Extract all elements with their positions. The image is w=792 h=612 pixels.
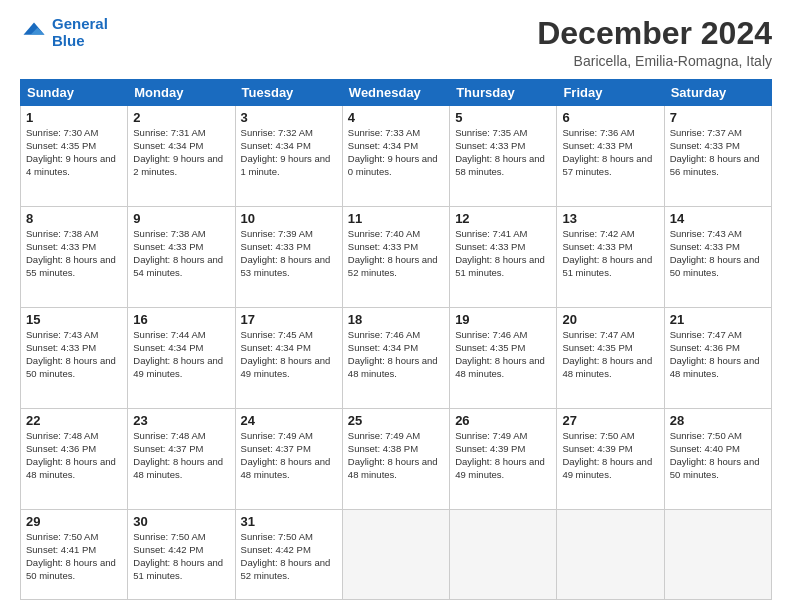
day-number: 28 [670, 413, 766, 428]
logo-line1: General [52, 15, 108, 32]
table-row: 17Sunrise: 7:45 AMSunset: 4:34 PMDayligh… [235, 308, 342, 409]
day-number: 9 [133, 211, 229, 226]
day-number: 10 [241, 211, 337, 226]
day-number: 6 [562, 110, 658, 125]
day-number: 3 [241, 110, 337, 125]
day-info: Sunrise: 7:44 AMSunset: 4:34 PMDaylight:… [133, 329, 229, 380]
day-info: Sunrise: 7:30 AMSunset: 4:35 PMDaylight:… [26, 127, 122, 178]
col-monday: Monday [128, 80, 235, 106]
table-row: 19Sunrise: 7:46 AMSunset: 4:35 PMDayligh… [450, 308, 557, 409]
table-row: 24Sunrise: 7:49 AMSunset: 4:37 PMDayligh… [235, 409, 342, 510]
day-number: 22 [26, 413, 122, 428]
table-row: 5Sunrise: 7:35 AMSunset: 4:33 PMDaylight… [450, 106, 557, 207]
table-row: 26Sunrise: 7:49 AMSunset: 4:39 PMDayligh… [450, 409, 557, 510]
day-info: Sunrise: 7:31 AMSunset: 4:34 PMDaylight:… [133, 127, 229, 178]
day-info: Sunrise: 7:45 AMSunset: 4:34 PMDaylight:… [241, 329, 337, 380]
day-number: 7 [670, 110, 766, 125]
day-info: Sunrise: 7:43 AMSunset: 4:33 PMDaylight:… [670, 228, 766, 279]
day-info: Sunrise: 7:49 AMSunset: 4:37 PMDaylight:… [241, 430, 337, 481]
day-number: 5 [455, 110, 551, 125]
day-info: Sunrise: 7:40 AMSunset: 4:33 PMDaylight:… [348, 228, 444, 279]
table-row [557, 510, 664, 600]
day-number: 14 [670, 211, 766, 226]
day-number: 20 [562, 312, 658, 327]
table-row: 12Sunrise: 7:41 AMSunset: 4:33 PMDayligh… [450, 207, 557, 308]
table-row [450, 510, 557, 600]
col-friday: Friday [557, 80, 664, 106]
day-info: Sunrise: 7:48 AMSunset: 4:37 PMDaylight:… [133, 430, 229, 481]
day-number: 26 [455, 413, 551, 428]
table-row: 20Sunrise: 7:47 AMSunset: 4:35 PMDayligh… [557, 308, 664, 409]
day-number: 25 [348, 413, 444, 428]
day-number: 24 [241, 413, 337, 428]
day-info: Sunrise: 7:35 AMSunset: 4:33 PMDaylight:… [455, 127, 551, 178]
day-info: Sunrise: 7:41 AMSunset: 4:33 PMDaylight:… [455, 228, 551, 279]
table-row: 27Sunrise: 7:50 AMSunset: 4:39 PMDayligh… [557, 409, 664, 510]
table-row: 15Sunrise: 7:43 AMSunset: 4:33 PMDayligh… [21, 308, 128, 409]
day-info: Sunrise: 7:43 AMSunset: 4:33 PMDaylight:… [26, 329, 122, 380]
day-number: 11 [348, 211, 444, 226]
col-wednesday: Wednesday [342, 80, 449, 106]
calendar-header-row: Sunday Monday Tuesday Wednesday Thursday… [21, 80, 772, 106]
day-number: 12 [455, 211, 551, 226]
table-row: 30Sunrise: 7:50 AMSunset: 4:42 PMDayligh… [128, 510, 235, 600]
logo: General Blue [20, 16, 108, 49]
table-row: 4Sunrise: 7:33 AMSunset: 4:34 PMDaylight… [342, 106, 449, 207]
logo-text: General Blue [52, 16, 108, 49]
day-info: Sunrise: 7:49 AMSunset: 4:38 PMDaylight:… [348, 430, 444, 481]
day-number: 19 [455, 312, 551, 327]
table-row: 13Sunrise: 7:42 AMSunset: 4:33 PMDayligh… [557, 207, 664, 308]
table-row: 16Sunrise: 7:44 AMSunset: 4:34 PMDayligh… [128, 308, 235, 409]
day-info: Sunrise: 7:50 AMSunset: 4:39 PMDaylight:… [562, 430, 658, 481]
table-row: 10Sunrise: 7:39 AMSunset: 4:33 PMDayligh… [235, 207, 342, 308]
table-row: 28Sunrise: 7:50 AMSunset: 4:40 PMDayligh… [664, 409, 771, 510]
table-row: 6Sunrise: 7:36 AMSunset: 4:33 PMDaylight… [557, 106, 664, 207]
day-number: 29 [26, 514, 122, 529]
table-row: 18Sunrise: 7:46 AMSunset: 4:34 PMDayligh… [342, 308, 449, 409]
col-sunday: Sunday [21, 80, 128, 106]
day-info: Sunrise: 7:50 AMSunset: 4:41 PMDaylight:… [26, 531, 122, 582]
day-info: Sunrise: 7:39 AMSunset: 4:33 PMDaylight:… [241, 228, 337, 279]
table-row: 1Sunrise: 7:30 AMSunset: 4:35 PMDaylight… [21, 106, 128, 207]
table-row: 23Sunrise: 7:48 AMSunset: 4:37 PMDayligh… [128, 409, 235, 510]
day-number: 31 [241, 514, 337, 529]
table-row: 2Sunrise: 7:31 AMSunset: 4:34 PMDaylight… [128, 106, 235, 207]
day-number: 4 [348, 110, 444, 125]
col-thursday: Thursday [450, 80, 557, 106]
day-number: 15 [26, 312, 122, 327]
month-title: December 2024 [537, 16, 772, 51]
day-info: Sunrise: 7:37 AMSunset: 4:33 PMDaylight:… [670, 127, 766, 178]
table-row: 22Sunrise: 7:48 AMSunset: 4:36 PMDayligh… [21, 409, 128, 510]
header: General Blue December 2024 Baricella, Em… [20, 16, 772, 69]
day-info: Sunrise: 7:47 AMSunset: 4:36 PMDaylight:… [670, 329, 766, 380]
day-number: 17 [241, 312, 337, 327]
day-number: 16 [133, 312, 229, 327]
table-row: 29Sunrise: 7:50 AMSunset: 4:41 PMDayligh… [21, 510, 128, 600]
table-row [342, 510, 449, 600]
table-row [664, 510, 771, 600]
day-number: 27 [562, 413, 658, 428]
table-row: 3Sunrise: 7:32 AMSunset: 4:34 PMDaylight… [235, 106, 342, 207]
day-number: 30 [133, 514, 229, 529]
logo-icon [20, 19, 48, 47]
day-info: Sunrise: 7:49 AMSunset: 4:39 PMDaylight:… [455, 430, 551, 481]
logo-line2: Blue [52, 32, 85, 49]
day-info: Sunrise: 7:42 AMSunset: 4:33 PMDaylight:… [562, 228, 658, 279]
day-info: Sunrise: 7:46 AMSunset: 4:34 PMDaylight:… [348, 329, 444, 380]
day-info: Sunrise: 7:50 AMSunset: 4:40 PMDaylight:… [670, 430, 766, 481]
day-number: 21 [670, 312, 766, 327]
table-row: 7Sunrise: 7:37 AMSunset: 4:33 PMDaylight… [664, 106, 771, 207]
col-tuesday: Tuesday [235, 80, 342, 106]
table-row: 25Sunrise: 7:49 AMSunset: 4:38 PMDayligh… [342, 409, 449, 510]
table-row: 9Sunrise: 7:38 AMSunset: 4:33 PMDaylight… [128, 207, 235, 308]
day-info: Sunrise: 7:38 AMSunset: 4:33 PMDaylight:… [26, 228, 122, 279]
day-number: 23 [133, 413, 229, 428]
day-number: 13 [562, 211, 658, 226]
table-row: 31Sunrise: 7:50 AMSunset: 4:42 PMDayligh… [235, 510, 342, 600]
day-info: Sunrise: 7:46 AMSunset: 4:35 PMDaylight:… [455, 329, 551, 380]
table-row: 8Sunrise: 7:38 AMSunset: 4:33 PMDaylight… [21, 207, 128, 308]
title-area: December 2024 Baricella, Emilia-Romagna,… [537, 16, 772, 69]
calendar-table: Sunday Monday Tuesday Wednesday Thursday… [20, 79, 772, 600]
table-row: 14Sunrise: 7:43 AMSunset: 4:33 PMDayligh… [664, 207, 771, 308]
day-number: 8 [26, 211, 122, 226]
